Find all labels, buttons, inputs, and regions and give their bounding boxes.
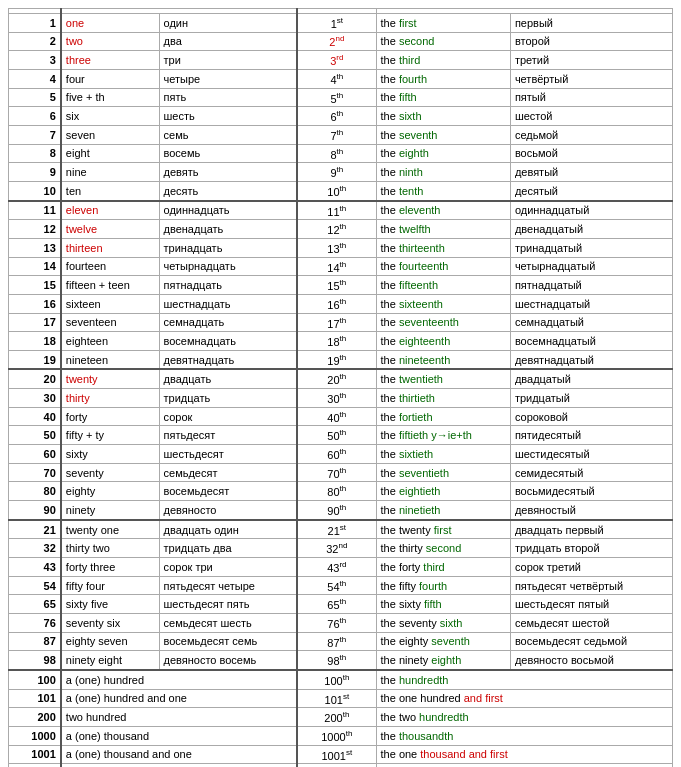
russian-ordinal: шестой [510,107,672,126]
english-word: a (one) hundred [61,670,297,689]
english-word: sixty [61,445,159,464]
russian-word: восемьдесят [159,482,297,501]
english-word: three [61,51,159,70]
number-cell: 98 [9,651,61,670]
russian-word: шесть [159,107,297,126]
ordinal-number: 19th [297,350,376,369]
table-row: 98ninety eightдевяносто восемь98ththe ni… [9,651,673,670]
the-ordinal: the thirtieth [376,389,510,408]
ordinal-number: 40th [297,407,376,426]
russian-ordinal: тринадцатый [510,238,672,257]
the-ordinal: the fifteenth [376,276,510,295]
russian-ordinal: сорок третий [510,558,672,577]
the-ordinal: the eightieth [376,482,510,501]
english-word: fourteen [61,257,159,276]
russian-ordinal: восемнадцатый [510,332,672,351]
ordinal-number: 70th [297,463,376,482]
russian-word: пять [159,88,297,107]
number-cell: 8 [9,144,61,163]
table-row: 4fourчетыре4ththe fourthчетвёртый [9,69,673,88]
ordinal-number: 21st [297,520,376,539]
the-ordinal: the fifty fourth [376,576,510,595]
number-cell: 43 [9,558,61,577]
russian-word: восемнадцать [159,332,297,351]
english-word: fifty + ty [61,426,159,445]
the-ordinal: the seventieth [376,463,510,482]
russian-word: семнадцать [159,313,297,332]
russian-word: девяносто восемь [159,651,297,670]
russian-word: шестьдесят [159,445,297,464]
number-cell: 10 [9,181,61,200]
russian-ordinal: тридцатый [510,389,672,408]
table-row: 3threeтри3rdthe thirdтретий [9,51,673,70]
russian-ordinal: семнадцатый [510,313,672,332]
number-cell: 200 [9,708,61,727]
number-cell: 1001 [9,745,61,764]
english-word: thirty two [61,539,159,558]
ordinal-number: 12th [297,220,376,239]
ordinal-number: 101st [297,689,376,708]
number-cell: 100 [9,670,61,689]
number-cell: 6 [9,107,61,126]
number-cell: 40 [9,407,61,426]
ordinal-number: 16th [297,294,376,313]
english-word: eighteen [61,332,159,351]
english-word: forty [61,407,159,426]
english-word: seventy [61,463,159,482]
russian-word: восемь [159,144,297,163]
ordinal-number: 76th [297,614,376,633]
number-cell: 32 [9,539,61,558]
number-cell: 70 [9,463,61,482]
english-word: thirty [61,389,159,408]
russian-ordinal: пятьдесят четвёртый [510,576,672,595]
english-word: one [61,14,159,33]
table-row: 1000a (one) thousand1000ththe thousandth [9,726,673,745]
english-word: seventeen [61,313,159,332]
the-ordinal: the fourth [376,69,510,88]
number-cell: 90 [9,501,61,520]
english-word: a (one) thousand and one [61,745,297,764]
english-word: five + th [61,88,159,107]
table-row: 7sevenсемь7ththe seventhседьмой [9,125,673,144]
number-cell: 13 [9,238,61,257]
russian-word: сорок [159,407,297,426]
table-row: 100a (one) hundred100ththe hundredth [9,670,673,689]
russian-ordinal: семьдесят шестой [510,614,672,633]
russian-word: восемьдесят семь [159,632,297,651]
number-cell: 1 [9,14,61,33]
table-row: 200two hundred200ththe two hundredth [9,708,673,727]
table-row: 16sixteenшестнадцать16ththe sixteenthшес… [9,294,673,313]
ordinal-number: 2nd [297,32,376,51]
english-word: ninety [61,501,159,520]
the-ordinal: the eleventh [376,201,510,220]
russian-word: сорок три [159,558,297,577]
table-row: 50fifty + tyпятьдесят50ththe fiftieth y→… [9,426,673,445]
the-ordinal: the fiftieth y→ie+th [376,426,510,445]
russian-ordinal: двенадцатый [510,220,672,239]
ordinal-number: 5th [297,88,376,107]
the-ordinal: the two hundredth [376,708,672,727]
english-word: a (one) thousand [61,726,297,745]
russian-word: двадцать один [159,520,297,539]
the-ordinal: the fourteenth [376,257,510,276]
number-cell: 14 [9,257,61,276]
russian-ordinal: девяностый [510,501,672,520]
russian-word: девяносто [159,501,297,520]
ordinal-number: 87th [297,632,376,651]
the-ordinal: the third [376,51,510,70]
russian-ordinal: пятидесятый [510,426,672,445]
number-cell: 15 [9,276,61,295]
russian-word: четырнадцать [159,257,297,276]
russian-ordinal: шестьдесят пятый [510,595,672,614]
english-word: four [61,69,159,88]
ordinal-number: 13th [297,238,376,257]
ordinal-number: 60th [297,445,376,464]
the-ordinal: the sixty fifth [376,595,510,614]
english-word: two [61,32,159,51]
table-row: 65sixty fiveшестьдесят пять65ththe sixty… [9,595,673,614]
the-ordinal: the sixth [376,107,510,126]
russian-word: шестнадцать [159,294,297,313]
table-row: 90ninetyдевяносто90ththe ninetiethдевяно… [9,501,673,520]
the-ordinal: the twelfth [376,220,510,239]
ordinal-number: 32nd [297,539,376,558]
